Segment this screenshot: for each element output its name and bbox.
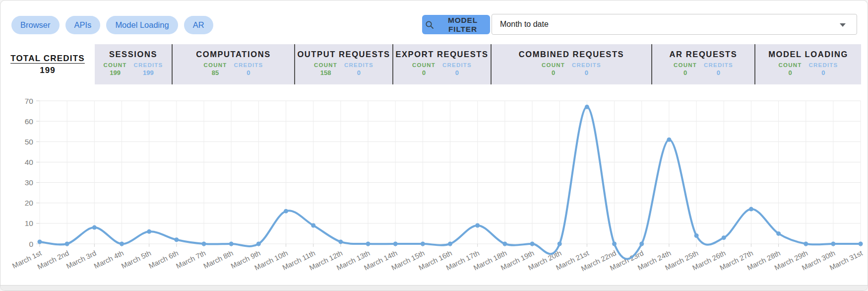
- count-label: COUNT: [412, 62, 435, 68]
- credits-value: 0: [455, 69, 459, 76]
- data-point-dot: [174, 237, 179, 242]
- tab-sessions[interactable]: SESSIONS COUNT199 CREDITS199: [95, 44, 172, 84]
- credits-label: CREDITS: [809, 62, 838, 68]
- x-tick-label: March 3rd: [65, 249, 98, 270]
- tab-title: COMBINED REQUESTS: [519, 50, 624, 59]
- data-point-dot: [749, 207, 753, 212]
- data-point-dot: [502, 242, 507, 246]
- tab-export-requests[interactable]: EXPORT REQUESTS COUNT0 CREDITS0: [392, 44, 491, 84]
- x-tick-label: March 6th: [147, 249, 180, 270]
- data-point-dot: [694, 233, 699, 238]
- credits-value: 199: [143, 69, 154, 76]
- count-value: 0: [683, 69, 687, 76]
- data-point-dot: [530, 242, 535, 246]
- tab-model-loading[interactable]: MODEL LOADING COUNT0 CREDITS0: [754, 44, 861, 84]
- model-filter-label: MODEL FILTER: [438, 16, 487, 34]
- credits-line-chart: 010203040506070March 1stMarch 2ndMarch 3…: [0, 85, 868, 286]
- data-point-dot: [366, 242, 371, 246]
- y-tick-label: 70: [25, 97, 34, 105]
- data-point-dot: [804, 242, 808, 246]
- data-point-dot: [92, 225, 97, 230]
- tab-total-credits[interactable]: TOTAL CREDITS 199: [0, 44, 95, 84]
- x-tick-label: March 4th: [93, 249, 125, 270]
- credits-label: CREDITS: [442, 62, 472, 68]
- count-value: 0: [788, 69, 792, 76]
- y-tick-label: 60: [25, 117, 34, 126]
- y-tick-label: 30: [25, 178, 34, 187]
- tab-combined-requests[interactable]: COMBINED REQUESTS COUNT0 CREDITS0: [491, 44, 651, 84]
- tab-title: OUTPUT REQUESTS: [297, 50, 390, 59]
- credits-value: 0: [247, 69, 250, 76]
- count-label: COUNT: [542, 62, 565, 68]
- data-point-dot: [65, 242, 69, 246]
- data-point-dot: [120, 242, 124, 246]
- credits-value: 0: [821, 69, 825, 76]
- y-tick-label: 20: [25, 199, 34, 207]
- y-tick-label: 0: [29, 240, 33, 248]
- data-point-dot: [202, 242, 206, 246]
- credits-value: 0: [585, 69, 588, 76]
- pill-model-loading[interactable]: Model Loading: [106, 16, 178, 34]
- data-point-dot: [38, 239, 42, 244]
- data-point-dot: [667, 138, 671, 142]
- data-point-dot: [284, 209, 288, 214]
- chevron-down-icon: [840, 23, 846, 27]
- data-point-dot: [585, 105, 589, 109]
- bottom-strip: [0, 285, 868, 291]
- credits-label: CREDITS: [344, 62, 373, 68]
- count-value: 0: [422, 69, 426, 76]
- count-value: 199: [110, 69, 121, 76]
- x-tick-label: March 7th: [175, 249, 207, 270]
- date-range-select[interactable]: Month to date: [492, 14, 857, 35]
- data-point-dot: [421, 242, 425, 246]
- data-point-dot: [475, 223, 480, 227]
- count-label: COUNT: [779, 62, 802, 68]
- usage-dashboard: Browser APIs Model Loading AR MODEL FILT…: [0, 0, 868, 291]
- model-filter-button[interactable]: MODEL FILTER: [422, 15, 490, 34]
- data-point-dot: [448, 242, 452, 246]
- data-point-dot: [229, 242, 234, 246]
- search-icon: [425, 20, 434, 29]
- data-point-dot: [776, 231, 781, 236]
- tab-ar-requests[interactable]: AR REQUESTS COUNT0 CREDITS0: [651, 44, 754, 84]
- count-value: 158: [320, 69, 331, 76]
- credits-label: CREDITS: [134, 62, 163, 68]
- count-label: COUNT: [674, 62, 697, 68]
- data-point-dot: [256, 242, 261, 246]
- y-tick-label: 40: [25, 158, 34, 166]
- pill-ar[interactable]: AR: [184, 16, 213, 34]
- tab-title: AR REQUESTS: [670, 50, 738, 59]
- x-tick-label: March 2nd: [36, 249, 70, 271]
- chart-svg: 010203040506070March 1stMarch 2ndMarch 3…: [0, 85, 868, 286]
- credits-value: 0: [357, 69, 361, 76]
- pill-apis[interactable]: APIs: [65, 16, 101, 34]
- tab-title: MODEL LOADING: [768, 50, 848, 59]
- credits-label: CREDITS: [234, 62, 263, 68]
- pill-browser[interactable]: Browser: [11, 16, 60, 34]
- data-point-dot: [639, 242, 644, 246]
- y-tick-label: 10: [25, 219, 34, 227]
- total-credits-value: 199: [40, 66, 55, 75]
- total-credits-title: TOTAL CREDITS: [10, 54, 85, 64]
- data-point-dot: [558, 242, 562, 246]
- tab-title: SESSIONS: [109, 50, 157, 59]
- tab-title: EXPORT REQUESTS: [395, 50, 488, 59]
- credits-label: CREDITS: [704, 62, 733, 68]
- count-value: 0: [552, 69, 555, 76]
- tab-title: COMPUTATIONS: [196, 50, 271, 59]
- data-point-dot: [147, 229, 151, 234]
- data-point-dot: [311, 223, 315, 227]
- tab-computations[interactable]: COMPUTATIONS COUNT85 CREDITS0: [172, 44, 294, 84]
- x-tick-label: March 8th: [202, 249, 235, 270]
- y-tick-label: 50: [25, 138, 34, 146]
- data-point-dot: [612, 242, 617, 246]
- data-point-dot: [722, 235, 726, 240]
- count-label: COUNT: [314, 62, 337, 68]
- date-range-value: Month to date: [500, 20, 549, 29]
- count-value: 85: [212, 69, 219, 76]
- data-point-dot: [338, 239, 343, 244]
- tab-output-requests[interactable]: OUTPUT REQUESTS COUNT158 CREDITS0: [294, 44, 392, 84]
- filter-pill-group: Browser APIs Model Loading AR: [11, 16, 213, 34]
- count-label: COUNT: [204, 62, 227, 68]
- data-point-dot: [831, 242, 835, 246]
